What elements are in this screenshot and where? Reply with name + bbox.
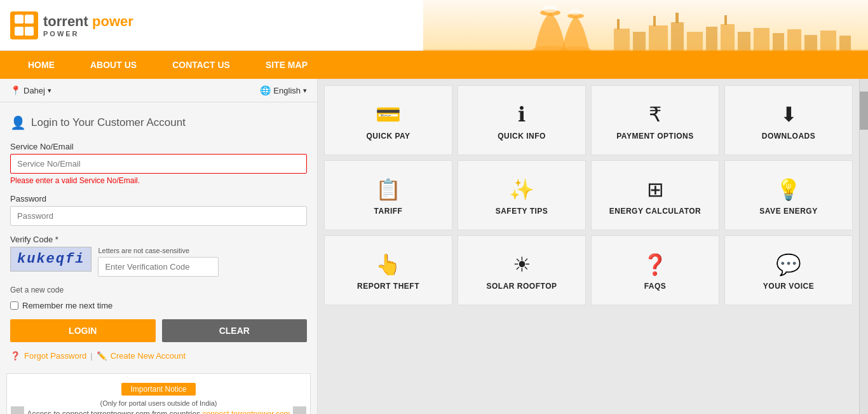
your-voice-label: YOUR VOICE (763, 282, 814, 291)
your-voice-icon: 💬 (776, 252, 801, 277)
location-chevron-icon: ▾ (48, 86, 51, 95)
nav-contact[interactable]: CONTACT US (154, 51, 248, 79)
grid-item-tariff[interactable]: 📋 TARIFF (324, 160, 452, 230)
user-icon: 👤 (10, 115, 26, 130)
svg-rect-18 (804, 35, 817, 51)
service-label: Service No/Email (10, 142, 307, 151)
svg-rect-10 (671, 22, 684, 51)
password-input[interactable] (10, 206, 307, 226)
grid-item-energy-calculator[interactable]: ⊞ ENERGY CALCULATOR (591, 160, 719, 230)
downloads-label: DOWNLOADS (762, 132, 816, 141)
service-input[interactable] (10, 154, 307, 174)
password-field-row: Password (10, 194, 307, 226)
location-label: Dahej (24, 86, 45, 95)
grid-item-your-voice[interactable]: 💬 YOUR VOICE (724, 235, 853, 305)
grid-item-quick-info[interactable]: ℹ QUICK INFO (458, 85, 586, 155)
skyline-illustration (423, 0, 868, 51)
report-theft-icon: 👆 (376, 252, 401, 277)
report-theft-label: REPORT THEFT (357, 282, 419, 291)
notice-body1: Access to connect.torrentpower.com from … (26, 410, 291, 414)
notice-next-button[interactable]: › (293, 406, 306, 414)
verification-code-input[interactable] (98, 257, 219, 277)
svg-rect-15 (754, 28, 770, 51)
verify-row: kukeqfi Letters are not case-sensitive (10, 247, 307, 277)
tariff-icon: 📋 (376, 177, 401, 202)
svg-point-5 (543, 5, 558, 13)
tariff-label: TARIFF (374, 207, 403, 216)
downloads-icon: ⬇ (780, 102, 797, 127)
svg-rect-25 (423, 50, 868, 51)
language-label: English (273, 86, 301, 95)
remember-checkbox[interactable] (10, 301, 18, 310)
grid-item-faqs[interactable]: ❓ FAQS (591, 235, 719, 305)
svg-rect-24 (724, 15, 727, 25)
login-title: 👤 Login to Your Customer Account (10, 115, 307, 130)
main-content: 📍 Dahej ▾ 🌐 English ▾ 👤 Login to Your Cu… (0, 79, 868, 414)
brand-name: torrent power (43, 13, 133, 30)
grid-item-report-theft[interactable]: 👆 REPORT THEFT (324, 235, 452, 305)
faqs-label: FAQS (644, 282, 667, 291)
scrollbar[interactable] (859, 79, 868, 414)
main-nav: HOME ABOUT US CONTACT US SITE MAP (0, 51, 868, 79)
grid-item-solar-rooftop[interactable]: ☀ SOLAR ROOFTOP (458, 235, 586, 305)
svg-rect-17 (787, 29, 801, 51)
captcha-image: kukeqfi (10, 247, 92, 272)
svg-rect-21 (617, 19, 620, 29)
verify-label: Verify Code * (10, 235, 307, 244)
safety-tips-label: SAFETY TIPS (496, 207, 548, 216)
verify-code-row: Verify Code * kukeqfi Letters are not ca… (10, 235, 307, 277)
service-field-row: Service No/Email Please enter a valid Se… (10, 142, 307, 185)
globe-icon: 🌐 (260, 85, 271, 95)
scroll-thumb[interactable] (860, 92, 869, 130)
clear-button[interactable]: CLEAR (162, 319, 308, 342)
quick-pay-icon: 💳 (376, 102, 401, 127)
faqs-icon: ❓ (642, 252, 668, 277)
create-account-link[interactable]: Create New Account (111, 351, 186, 361)
header: torrent power POWER (0, 0, 868, 51)
new-code-link[interactable]: Get a new code (10, 286, 307, 294)
left-panel: 📍 Dahej ▾ 🌐 English ▾ 👤 Login to Your Cu… (0, 79, 318, 414)
grid-item-save-energy[interactable]: 💡 SAVE ENERGY (724, 160, 853, 230)
notice-title: Important Notice (121, 383, 195, 396)
save-energy-label: SAVE ENERGY (759, 207, 817, 216)
quick-info-label: QUICK INFO (498, 132, 546, 141)
svg-rect-23 (675, 13, 679, 23)
account-links: ❓ Forgot Password | ✏️ Create New Accoun… (10, 351, 307, 361)
svg-rect-8 (633, 32, 646, 51)
logo-area: torrent power POWER (10, 11, 133, 39)
svg-rect-11 (687, 32, 703, 51)
nav-home[interactable]: HOME (10, 51, 72, 79)
login-button[interactable]: LOGIN (10, 319, 156, 342)
svg-rect-9 (649, 25, 668, 51)
svg-rect-22 (653, 16, 656, 26)
quick-pay-label: QUICK PAY (366, 132, 410, 141)
save-energy-icon: 💡 (776, 177, 801, 202)
grid-item-payment-options[interactable]: ₹ PAYMENT OPTIONS (591, 85, 719, 155)
svg-rect-20 (839, 36, 851, 51)
login-title-text: Login to Your Customer Account (31, 116, 186, 129)
password-label: Password (10, 194, 307, 204)
grid-item-downloads[interactable]: ⬇ DOWNLOADS (724, 85, 853, 155)
nav-about[interactable]: ABOUT US (72, 51, 154, 79)
svg-rect-7 (614, 29, 630, 51)
language-selector[interactable]: 🌐 English ▾ (260, 85, 307, 95)
energy-calculator-label: ENERGY CALCULATOR (609, 207, 702, 216)
location-selector[interactable]: 📍 Dahej ▾ (10, 85, 51, 95)
grid-item-safety-tips[interactable]: ✨ SAFETY TIPS (458, 160, 586, 230)
forgot-password-link[interactable]: Forgot Password (24, 351, 86, 361)
svg-point-6 (569, 9, 582, 15)
lang-chevron-icon: ▾ (303, 86, 307, 95)
services-grid: 💳 QUICK PAY ℹ QUICK INFO ₹ PAYMENT OPTIO… (324, 85, 853, 305)
notice-prev-button[interactable]: ‹ (11, 406, 24, 414)
location-bar: 📍 Dahej ▾ 🌐 English ▾ (0, 79, 317, 102)
solar-rooftop-label: SOLAR ROOFTOP (487, 282, 557, 291)
service-error: Please enter a valid Service No/Email. (10, 176, 307, 185)
grid-item-quick-pay[interactable]: 💳 QUICK PAY (324, 85, 452, 155)
verify-inputs-area: Letters are not case-sensitive (98, 247, 219, 277)
quick-info-icon: ℹ (518, 102, 526, 127)
svg-rect-14 (738, 32, 750, 51)
notice-link[interactable]: connect.torrentpower.com (203, 410, 290, 414)
notice-subtitle: (Only for portal users outside of India) (26, 399, 291, 407)
nav-sitemap[interactable]: SITE MAP (248, 51, 325, 79)
brand-subtitle: POWER (43, 30, 133, 38)
